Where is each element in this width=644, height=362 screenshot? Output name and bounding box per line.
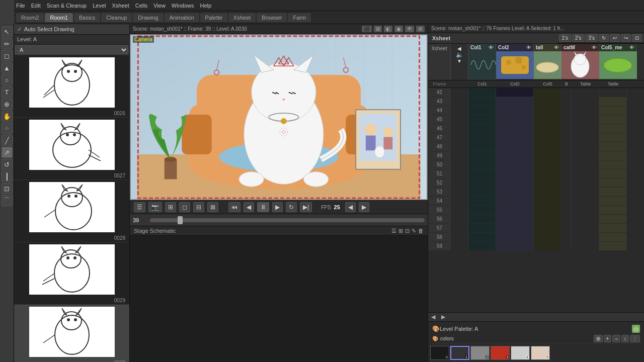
pal-sort-btn[interactable]: ↕ <box>621 335 629 342</box>
rotate-tool[interactable]: ↺ <box>2 159 13 170</box>
fps-dec-btn[interactable]: ◀ <box>345 202 356 212</box>
tall-top: tall 👁 <box>534 44 561 51</box>
pal-add-btn[interactable]: + <box>604 335 612 342</box>
catm-eye[interactable]: 👁 <box>592 45 597 50</box>
loop-icon[interactable]: ↻ <box>599 34 609 42</box>
prev-loop-icon[interactable]: ↩ <box>610 34 620 42</box>
frame-number: 39 <box>133 217 148 223</box>
shrink-btn[interactable]: ◻ <box>179 202 190 212</box>
nav-left[interactable]: ◀ <box>428 314 438 320</box>
zoom-tool[interactable]: ⊕ <box>2 99 13 110</box>
menu-view[interactable]: View <box>153 3 166 9</box>
scene-bar-icon3[interactable]: ◐ <box>384 26 392 32</box>
pin-tool[interactable]: ┃ <box>2 171 13 182</box>
room-tab-room2[interactable]: Room2 <box>16 13 44 22</box>
room-tab-xsheet[interactable]: Xsheet <box>228 13 256 22</box>
swatch-2[interactable]: 2 <box>470 346 490 360</box>
menu-scan[interactable]: Scan & Cleanup <box>47 3 87 9</box>
pal-del-btn[interactable]: – <box>612 335 620 342</box>
timeline-thumb[interactable] <box>178 216 183 224</box>
prev-btn[interactable]: ◀ <box>244 202 254 212</box>
nav-right[interactable]: ▶ <box>438 314 448 320</box>
stage-icon3[interactable]: ⊡ <box>405 228 410 234</box>
stage-icon4[interactable]: ✎ <box>412 228 416 234</box>
swatch-5[interactable]: 5 <box>531 346 550 360</box>
shape-tool[interactable]: ○ <box>2 74 13 85</box>
scene-bar-icon1[interactable]: ⬛ <box>362 26 372 32</box>
stage-icon1[interactable]: ☰ <box>391 228 396 234</box>
col5me-eye[interactable]: 👁 <box>629 45 634 50</box>
options-btn[interactable]: ☰ <box>134 202 145 212</box>
stage-icon2[interactable]: ⊞ <box>398 228 403 234</box>
thumbnail-0026[interactable]: 0026 <box>14 55 129 118</box>
menu-edit[interactable]: Edit <box>31 3 41 9</box>
scene-bar-icon4[interactable]: ◉ <box>394 26 403 32</box>
swatch-4[interactable]: 4 <box>511 346 530 360</box>
thumbnail-0027[interactable]: 0027 <box>14 118 129 180</box>
fwd-icon[interactable]: ↪ <box>621 34 631 42</box>
swatch-1[interactable]: 1 <box>450 346 469 360</box>
viewport[interactable]: Camera <box>130 34 428 200</box>
timeline-track[interactable] <box>150 218 425 222</box>
vol-arrow[interactable]: ◀ <box>457 46 461 51</box>
thumbnail-0028[interactable]: 0028 <box>14 180 129 242</box>
pal-more-btn[interactable]: ⋮ <box>630 335 640 342</box>
pb-2s-btn[interactable]: 2's <box>572 34 584 42</box>
arrow-tool[interactable]: ↗ <box>2 147 13 158</box>
pal-grid-btn[interactable]: ⊞ <box>594 335 603 342</box>
eraser-tool[interactable]: ◻ <box>2 50 13 61</box>
menu-xsheet[interactable]: Xsheet <box>112 3 129 9</box>
fill-tool[interactable]: ▲ <box>2 62 13 73</box>
menu-level[interactable]: Level <box>93 3 106 9</box>
swatch-0[interactable]: 0 <box>430 346 449 360</box>
room-tab-farm[interactable]: Farm <box>288 13 311 22</box>
brush-tool[interactable]: ✏ <box>2 38 13 49</box>
select-tool[interactable]: ↖ <box>2 26 13 37</box>
skip-start-btn[interactable]: ⏮ <box>228 202 240 212</box>
picker-tool[interactable]: ⁘ <box>2 123 13 134</box>
text-tool[interactable]: T <box>2 86 13 98</box>
scene-bar-icon2[interactable]: ⊞ <box>374 26 382 32</box>
loop-btn[interactable]: ↻ <box>286 202 297 212</box>
expand-btn[interactable]: ⊟ <box>193 202 204 212</box>
rigging-tool[interactable]: ⊡ <box>2 183 13 194</box>
thumbnail-0030[interactable]: 0030 <box>14 305 129 362</box>
menu-windows[interactable]: Windows <box>172 3 194 9</box>
room-tab-animation[interactable]: Animation <box>165 13 199 22</box>
scene-bar-icon6[interactable]: ⚙ <box>416 26 425 32</box>
play-btn[interactable]: ▶ <box>272 202 283 212</box>
stage-icon5[interactable]: 🗑 <box>418 228 424 234</box>
camera-btn[interactable]: 📷 <box>148 202 162 212</box>
room-tab-room1[interactable]: Room1 <box>45 13 72 22</box>
frame-btn[interactable]: ⊞ <box>165 202 176 212</box>
room-tab-palette[interactable]: Palette <box>200 13 227 22</box>
thumbnail-0029[interactable]: 0029 <box>14 242 129 305</box>
vol-icon[interactable]: 🔈 <box>456 51 463 58</box>
pause-btn[interactable]: ⏸ <box>257 202 269 212</box>
scene-bar-icon5[interactable]: 👁 <box>405 26 414 32</box>
tall-eye[interactable]: 👁 <box>554 45 559 50</box>
col2-eye[interactable]: 👁 <box>526 45 531 50</box>
room-tab-cleanup[interactable]: Cleanup <box>101 13 132 22</box>
line-tool[interactable]: ╱ <box>2 135 13 146</box>
room-tab-browser[interactable]: Browser <box>257 13 287 22</box>
room-tab-drawing[interactable]: Drawing <box>133 13 163 22</box>
fps-inc-btn[interactable]: ▶ <box>359 202 369 212</box>
next-btn[interactable]: ▶| <box>300 202 312 212</box>
swatch-3[interactable]: 3 <box>491 346 510 360</box>
curve-tool[interactable]: ⌒ <box>2 195 13 206</box>
pb-1s-btn[interactable]: 1's <box>559 34 571 42</box>
expand2-btn[interactable]: ⊠ <box>207 202 218 212</box>
pb-3s-btn[interactable]: 3's <box>586 34 598 42</box>
palette-power[interactable]: ⏻ <box>632 325 640 333</box>
svg-point-104 <box>515 57 522 64</box>
col1-eye[interactable]: 👁 <box>489 45 494 50</box>
menu-help[interactable]: Help <box>200 3 211 9</box>
vol-arrow2[interactable]: ▼ <box>457 58 462 64</box>
pan-tool[interactable]: ✋ <box>2 111 13 122</box>
step-icon[interactable]: ⊡ <box>632 34 642 42</box>
menu-file[interactable]: File <box>16 3 25 9</box>
menu-cells[interactable]: Cells <box>135 3 147 9</box>
room-tab-basics[interactable]: Basics <box>74 13 100 22</box>
level-select[interactable]: A <box>15 45 128 54</box>
